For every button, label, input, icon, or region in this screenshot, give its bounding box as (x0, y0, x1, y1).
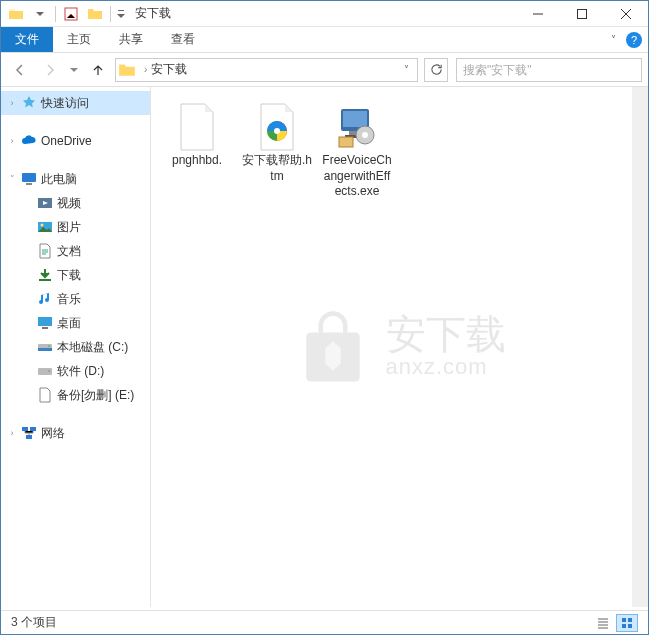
sidebar-item-videos[interactable]: 视频 (1, 191, 150, 215)
sidebar-item-this-pc[interactable]: ˅ 此电脑 (1, 167, 150, 191)
search-input[interactable] (463, 63, 635, 77)
separator (55, 6, 56, 22)
svg-rect-1 (578, 9, 587, 18)
back-button[interactable] (7, 57, 33, 83)
up-button[interactable] (85, 57, 111, 83)
properties-icon[interactable] (60, 3, 82, 25)
htm-file-icon (253, 103, 301, 151)
tree-label: 音乐 (57, 291, 81, 308)
qat-dropdown-icon[interactable] (29, 3, 51, 25)
file-item[interactable]: 安下载帮助.htm (239, 99, 315, 204)
sidebar-item-drive-d[interactable]: 软件 (D:) (1, 359, 150, 383)
sidebar-item-quick-access[interactable]: › 快速访问 (1, 91, 150, 115)
address-dropdown-icon[interactable]: ˅ (398, 64, 415, 75)
qat-dropdown-icon[interactable] (115, 3, 127, 25)
svg-rect-17 (26, 435, 32, 439)
tab-home[interactable]: 主页 (53, 27, 105, 52)
folder-icon[interactable] (5, 3, 27, 25)
cloud-icon (21, 133, 37, 149)
chevron-down-icon[interactable]: ˅ (7, 174, 17, 184)
videos-icon (37, 195, 53, 211)
svg-rect-27 (628, 618, 632, 622)
tree-label: 本地磁盘 (C:) (57, 339, 128, 356)
sidebar-item-desktop[interactable]: 桌面 (1, 311, 150, 335)
sidebar-item-drive-c[interactable]: 本地磁盘 (C:) (1, 335, 150, 359)
watermark-cn: 安下载 (386, 314, 506, 354)
chevron-right-icon[interactable]: › (7, 136, 17, 146)
drive-icon (37, 339, 53, 355)
search-box[interactable] (456, 58, 642, 82)
ribbon-tabs: 文件 主页 共享 查看 ˅ ? (1, 27, 648, 53)
tree-label: 下载 (57, 267, 81, 284)
svg-rect-11 (38, 348, 52, 351)
tab-view[interactable]: 查看 (157, 27, 209, 52)
tree-label: 网络 (41, 425, 65, 442)
address-segment[interactable]: 安下载 (151, 61, 187, 78)
tab-file[interactable]: 文件 (1, 27, 53, 52)
sidebar-item-music[interactable]: 音乐 (1, 287, 150, 311)
close-button[interactable] (604, 1, 648, 27)
sidebar-item-onedrive[interactable]: › OneDrive (1, 129, 150, 153)
tree-label: 文档 (57, 243, 81, 260)
sidebar-item-downloads[interactable]: 下载 (1, 263, 150, 287)
chevron-right-icon[interactable]: › (7, 98, 17, 108)
maximize-button[interactable] (560, 1, 604, 27)
drive-icon (37, 363, 53, 379)
sidebar-item-network[interactable]: › 网络 (1, 421, 150, 445)
documents-icon (37, 243, 53, 259)
svg-rect-2 (22, 173, 36, 182)
file-name: 安下载帮助.htm (241, 153, 313, 184)
help-icon[interactable]: ? (626, 32, 642, 48)
details-view-button[interactable] (592, 614, 614, 632)
tree-label: 此电脑 (41, 171, 77, 188)
watermark-en: anxz.com (386, 354, 506, 380)
chevron-right-icon[interactable]: › (7, 428, 17, 438)
scrollbar[interactable] (632, 87, 648, 607)
navigation-pane[interactable]: › 快速访问 › OneDrive ˅ 此电脑 视频 图片 (1, 87, 151, 607)
sidebar-item-pictures[interactable]: 图片 (1, 215, 150, 239)
quick-access-toolbar (1, 3, 127, 25)
svg-rect-13 (38, 368, 52, 375)
svg-rect-9 (42, 327, 48, 329)
tree-label: 视频 (57, 195, 81, 212)
svg-rect-8 (38, 317, 52, 326)
watermark: 安下载 anxz.com (294, 308, 506, 386)
file-item[interactable]: FreeVoiceChangerwithEffects.exe (319, 99, 395, 204)
svg-rect-15 (22, 427, 28, 431)
sidebar-item-documents[interactable]: 文档 (1, 239, 150, 263)
forward-button[interactable] (37, 57, 63, 83)
file-list-pane[interactable]: 安下载 anxz.com pnghhbd. 安下载帮助.htm (151, 87, 648, 607)
desktop-icon (37, 315, 53, 331)
icons-view-button[interactable] (616, 614, 638, 632)
separator (110, 6, 111, 22)
network-icon (21, 425, 37, 441)
address-bar[interactable]: › 安下载 ˅ (115, 58, 418, 82)
minimize-button[interactable] (516, 1, 560, 27)
svg-rect-20 (343, 111, 367, 127)
svg-point-14 (48, 370, 50, 372)
navigation-bar: › 安下载 ˅ (1, 53, 648, 87)
svg-point-18 (274, 128, 280, 134)
tab-share[interactable]: 共享 (105, 27, 157, 52)
expand-ribbon-icon[interactable]: ˅ (605, 34, 622, 45)
svg-rect-7 (39, 279, 51, 281)
blank-file-icon (173, 103, 221, 151)
folder-icon[interactable] (84, 3, 106, 25)
sidebar-item-drive-e[interactable]: 备份[勿删] (E:) (1, 383, 150, 407)
svg-point-24 (362, 132, 368, 138)
refresh-button[interactable] (424, 58, 448, 82)
svg-rect-16 (30, 427, 36, 431)
file-item[interactable]: pnghhbd. (159, 99, 235, 204)
chevron-right-icon[interactable]: › (140, 64, 151, 75)
bag-icon (294, 308, 372, 386)
folder-icon (118, 61, 136, 79)
content-area: › 快速访问 › OneDrive ˅ 此电脑 视频 图片 (1, 87, 648, 607)
recent-dropdown-icon[interactable] (67, 57, 81, 83)
window-title: 安下载 (135, 5, 171, 22)
file-grid: pnghhbd. 安下载帮助.htm FreeVoiceChangerwithE… (159, 99, 640, 204)
svg-rect-29 (628, 624, 632, 628)
svg-rect-25 (339, 137, 353, 147)
svg-point-12 (48, 345, 50, 347)
file-name: FreeVoiceChangerwithEffects.exe (321, 153, 393, 200)
status-bar: 3 个项目 (1, 610, 648, 634)
